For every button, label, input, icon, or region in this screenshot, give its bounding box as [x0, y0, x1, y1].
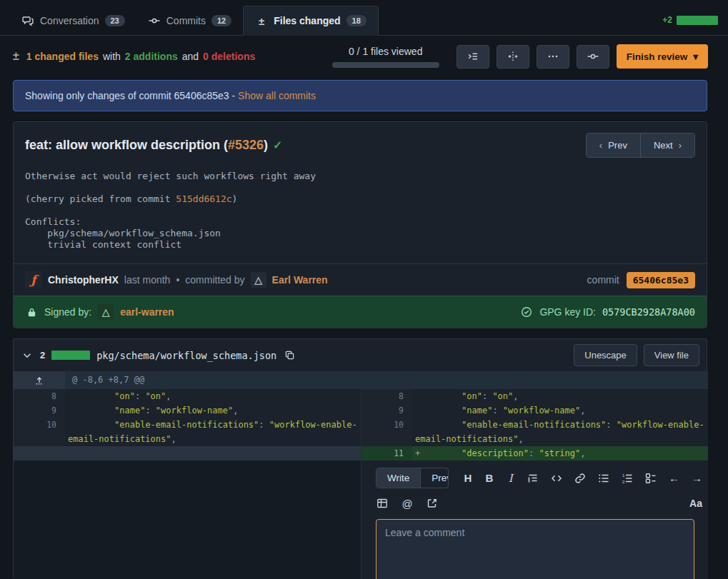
commit-box: feat: allow workflow description (#5326)… — [13, 121, 707, 328]
diff-code-new: "on": "on", — [412, 389, 708, 403]
hunk-header-text: @ -8,6 +8,7 @@ — [65, 371, 708, 389]
verified-icon — [520, 306, 533, 318]
diff-code-old: "enable-email-notifications": "workflow-… — [65, 418, 361, 446]
tab-preview[interactable]: Preview — [420, 468, 448, 488]
comment-input[interactable] — [376, 519, 694, 579]
signer-link[interactable]: earl-warren — [120, 306, 174, 318]
code-button[interactable] — [551, 472, 562, 485]
commit-label: commit — [587, 274, 619, 286]
tab-conversation[interactable]: Conversation 23 — [10, 6, 136, 35]
dot-separator: • — [176, 274, 179, 286]
commit-title-close: ) — [264, 138, 268, 152]
italic-button[interactable]: I — [506, 472, 515, 485]
file-diffstat-bar — [51, 351, 90, 360]
heading-button[interactable]: H — [464, 472, 473, 485]
diff-code-new: "enable-email-notifications": "workflow-… — [412, 418, 708, 446]
committer-avatar[interactable]: △ — [251, 272, 266, 288]
bullet-list-icon — [598, 473, 609, 484]
signed-row: Signed by: △ earl-warren GPG key ID: 057… — [14, 296, 707, 328]
commit-time: last month — [124, 274, 171, 286]
file-tree-toggle-button[interactable] — [457, 45, 489, 69]
bold-button[interactable]: B — [484, 472, 494, 485]
expand-up-button[interactable] — [14, 371, 65, 389]
quote-icon — [527, 473, 539, 484]
diff-view-split-button[interactable] — [497, 45, 529, 69]
diff-row: 8 "on": "on", 8 "on": "on", — [14, 389, 707, 403]
pr-files-changed-page: Conversation 23 Commits 12 ± Files chang… — [0, 0, 728, 578]
author-link[interactable]: ChristopherHX — [48, 274, 119, 286]
diff-empty-area — [14, 460, 361, 579]
committed-by-label: committed by — [185, 274, 244, 286]
lock-icon — [25, 306, 38, 318]
collapse-file-chevron-icon[interactable] — [21, 349, 34, 362]
task-list-button[interactable] — [645, 472, 657, 485]
bullet-list-button[interactable] — [598, 472, 609, 485]
file-change-count: 2 — [40, 350, 45, 361]
line-number-new[interactable]: 8 — [361, 389, 412, 403]
tab-files-changed-count: 18 — [346, 15, 367, 26]
tab-files-changed[interactable]: ± Files changed 18 — [243, 6, 379, 36]
show-all-commits-link[interactable]: Show all commits — [238, 90, 316, 101]
commit-message: Otherwise act would reject such workflow… — [14, 166, 707, 263]
commit-sha-badge[interactable]: 65406c85e3 — [627, 272, 695, 288]
diff-row: 9 "name": "workflow-name", 9 "name": "wo… — [14, 403, 707, 418]
diff-toolbar: ± 1 changed files with 2 additions and 0… — [0, 36, 728, 77]
banner-text: Showing only changes of commit 65406c85e… — [25, 90, 238, 101]
tab-write[interactable]: Write — [377, 468, 420, 488]
commit-author-row: ƒ ChristopherHX last month • committed b… — [14, 263, 707, 296]
commit-select-button[interactable] — [577, 45, 609, 69]
prev-commit-button[interactable]: ‹Prev — [587, 134, 640, 157]
line-number-new[interactable]: 10 — [361, 418, 412, 446]
tab-conversation-label: Conversation — [40, 15, 99, 26]
line-number-old[interactable]: 9 — [14, 403, 65, 418]
commit-title-text: feat: allow workflow description ( — [25, 138, 228, 152]
pr-number-link[interactable]: #5326 — [228, 138, 264, 152]
tab-commits-label: Commits — [166, 15, 206, 26]
commit-icon — [587, 51, 599, 62]
diff-options-button[interactable] — [537, 45, 569, 69]
cherry-pick-commit-link[interactable]: 515dd6612c — [176, 193, 231, 204]
diff-bottom-row: Write Preview H B I — [14, 460, 707, 578]
copy-path-icon[interactable] — [283, 349, 296, 362]
caret-down-icon: ▾ — [693, 51, 698, 62]
finish-review-button[interactable]: Finish review ▾ — [617, 44, 708, 69]
line-number-old[interactable]: 8 — [14, 389, 65, 403]
commit-title: feat: allow workflow description (#5326)… — [25, 138, 283, 153]
diff-code-old-placeholder — [65, 446, 361, 460]
table-button[interactable] — [376, 497, 389, 510]
line-number-new[interactable]: 11 — [361, 446, 412, 460]
commit-header: feat: allow workflow description (#5326)… — [14, 122, 707, 166]
text-style-button[interactable]: Aa — [689, 498, 702, 509]
prev-label: Prev — [608, 140, 627, 151]
reference-button[interactable] — [426, 497, 439, 510]
link-button[interactable] — [574, 472, 586, 485]
line-number-new[interactable]: 9 — [361, 403, 412, 418]
tab-commits[interactable]: Commits 12 — [136, 6, 243, 35]
numbered-list-button[interactable]: 12 — [622, 472, 633, 485]
author-avatar[interactable]: ƒ — [25, 271, 42, 288]
mention-button[interactable]: @ — [401, 497, 414, 510]
file-tree-icon — [467, 51, 479, 62]
redo-button[interactable]: → — [692, 472, 702, 485]
inline-comment-form: Write Preview H B I — [361, 460, 708, 579]
gpg-key-id: 0579CB2928A78A00 — [602, 306, 695, 318]
finish-review-label: Finish review — [627, 51, 688, 62]
signer-avatar[interactable]: △ — [98, 304, 114, 320]
split-view-icon — [507, 51, 519, 62]
commit-filter-banner: Showing only changes of commit 65406c85e… — [13, 80, 707, 111]
changed-files-count: 1 changed files — [26, 51, 99, 62]
committer-link[interactable]: Earl Warren — [272, 274, 328, 286]
undo-button[interactable]: ← — [669, 472, 679, 485]
diff-file-header: 2 pkg/schema/workflow_schema.json Unesca… — [14, 339, 707, 371]
tab-commits-count: 12 — [211, 15, 231, 26]
hunk-header-row: @ -8,6 +8,7 @@ — [14, 371, 707, 389]
tab-conversation-count: 23 — [105, 15, 125, 26]
diffstat: +2 — [662, 15, 718, 35]
editor-toolbar-row-2: @ Aa — [376, 497, 702, 510]
view-file-button[interactable]: View file — [644, 344, 699, 366]
line-number-old[interactable]: 10 — [14, 418, 65, 446]
quote-button[interactable] — [527, 472, 539, 485]
unescape-button[interactable]: Unescape — [574, 344, 637, 366]
task-list-icon — [645, 473, 657, 484]
next-commit-button[interactable]: Next› — [640, 134, 694, 157]
